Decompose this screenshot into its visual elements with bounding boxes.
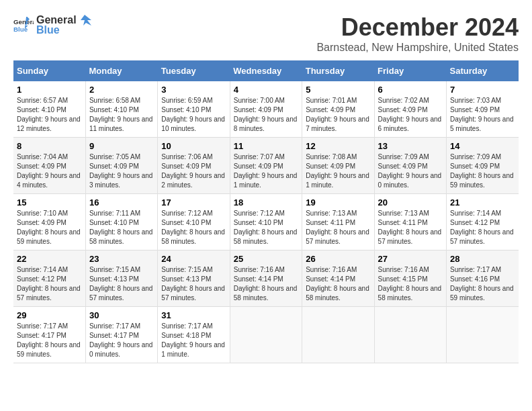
- week-row-2: 8 Sunrise: 7:04 AM Sunset: 4:09 PM Dayli…: [13, 138, 519, 194]
- calendar-cell: 23 Sunrise: 7:15 AM Sunset: 4:13 PM Dayl…: [85, 250, 157, 307]
- day-number: 26: [306, 254, 370, 264]
- day-info: Sunrise: 7:12 AM Sunset: 4:10 PM Dayligh…: [161, 209, 226, 246]
- calendar-cell: [374, 307, 446, 363]
- day-number: 12: [306, 141, 370, 151]
- calendar-cell: 3 Sunrise: 6:59 AM Sunset: 4:10 PM Dayli…: [158, 81, 230, 138]
- header-monday: Monday: [85, 60, 157, 81]
- day-number: 20: [378, 197, 443, 208]
- calendar-cell: [230, 307, 302, 363]
- calendar-cell: 11 Sunrise: 7:07 AM Sunset: 4:09 PM Dayl…: [230, 138, 302, 194]
- day-info: Sunrise: 7:09 AM Sunset: 4:09 PM Dayligh…: [378, 152, 443, 190]
- calendar-cell: 30 Sunrise: 7:17 AM Sunset: 4:17 PM Dayl…: [85, 307, 157, 363]
- logo-wordmark: General Blue: [36, 13, 91, 36]
- day-number: 2: [89, 85, 154, 95]
- day-info: Sunrise: 7:14 AM Sunset: 4:12 PM Dayligh…: [450, 209, 515, 246]
- day-number: 23: [89, 254, 154, 264]
- day-number: 1: [17, 85, 82, 95]
- day-number: 3: [161, 85, 226, 95]
- calendar-cell: 14 Sunrise: 7:09 AM Sunset: 4:09 PM Dayl…: [447, 138, 519, 194]
- calendar-cell: 5 Sunrise: 7:01 AM Sunset: 4:09 PM Dayli…: [302, 81, 374, 138]
- calendar-cell: 20 Sunrise: 7:13 AM Sunset: 4:11 PM Dayl…: [374, 194, 446, 250]
- calendar-cell: 24 Sunrise: 7:15 AM Sunset: 4:13 PM Dayl…: [158, 250, 230, 307]
- week-row-5: 29 Sunrise: 7:17 AM Sunset: 4:17 PM Dayl…: [13, 307, 519, 363]
- calendar-cell: 9 Sunrise: 7:05 AM Sunset: 4:09 PM Dayli…: [85, 138, 157, 194]
- logo-icon: General Blue: [13, 17, 34, 34]
- header-wednesday: Wednesday: [230, 60, 302, 81]
- header-friday: Friday: [374, 60, 446, 81]
- day-info: Sunrise: 7:17 AM Sunset: 4:16 PM Dayligh…: [450, 265, 515, 303]
- calendar-cell: 19 Sunrise: 7:13 AM Sunset: 4:11 PM Dayl…: [302, 194, 374, 250]
- day-number: 30: [89, 310, 154, 320]
- month-title: December 2024: [316, 13, 519, 42]
- svg-text:General: General: [13, 18, 34, 26]
- day-number: 13: [378, 141, 443, 151]
- day-info: Sunrise: 7:02 AM Sunset: 4:09 PM Dayligh…: [378, 96, 443, 134]
- day-info: Sunrise: 7:14 AM Sunset: 4:12 PM Dayligh…: [17, 265, 82, 303]
- day-number: 11: [234, 141, 298, 151]
- calendar-cell: 4 Sunrise: 7:00 AM Sunset: 4:09 PM Dayli…: [230, 81, 302, 138]
- header-thursday: Thursday: [302, 60, 374, 81]
- day-info: Sunrise: 7:17 AM Sunset: 4:17 PM Dayligh…: [17, 322, 82, 359]
- location-title: Barnstead, New Hampshire, United States: [316, 42, 519, 54]
- day-number: 5: [306, 85, 370, 95]
- day-info: Sunrise: 7:16 AM Sunset: 4:15 PM Dayligh…: [378, 265, 443, 303]
- day-info: Sunrise: 7:01 AM Sunset: 4:09 PM Dayligh…: [306, 96, 370, 134]
- day-number: 25: [234, 254, 298, 264]
- day-info: Sunrise: 7:08 AM Sunset: 4:09 PM Dayligh…: [306, 152, 370, 190]
- header-sunday: Sunday: [13, 60, 85, 81]
- logo: General Blue General Blue: [13, 13, 91, 36]
- day-number: 29: [17, 310, 82, 320]
- day-info: Sunrise: 7:06 AM Sunset: 4:09 PM Dayligh…: [161, 152, 226, 190]
- day-number: 14: [450, 141, 515, 151]
- day-info: Sunrise: 7:16 AM Sunset: 4:14 PM Dayligh…: [234, 265, 298, 303]
- day-info: Sunrise: 7:04 AM Sunset: 4:09 PM Dayligh…: [17, 152, 82, 190]
- day-info: Sunrise: 7:05 AM Sunset: 4:09 PM Dayligh…: [89, 152, 154, 190]
- day-number: 4: [234, 85, 298, 95]
- week-row-3: 15 Sunrise: 7:10 AM Sunset: 4:09 PM Dayl…: [13, 194, 519, 250]
- calendar-cell: 7 Sunrise: 7:03 AM Sunset: 4:09 PM Dayli…: [447, 81, 519, 138]
- day-info: Sunrise: 7:17 AM Sunset: 4:17 PM Dayligh…: [89, 322, 154, 359]
- day-number: 31: [161, 310, 226, 320]
- day-info: Sunrise: 7:13 AM Sunset: 4:11 PM Dayligh…: [306, 209, 370, 246]
- day-number: 9: [89, 141, 154, 151]
- calendar-cell: 28 Sunrise: 7:17 AM Sunset: 4:16 PM Dayl…: [447, 250, 519, 307]
- calendar-cell: 31 Sunrise: 7:17 AM Sunset: 4:18 PM Dayl…: [158, 307, 230, 363]
- day-number: 27: [378, 254, 443, 264]
- calendar-cell: [302, 307, 374, 363]
- calendar-cell: 15 Sunrise: 7:10 AM Sunset: 4:09 PM Dayl…: [13, 194, 85, 250]
- calendar-cell: 29 Sunrise: 7:17 AM Sunset: 4:17 PM Dayl…: [13, 307, 85, 363]
- day-info: Sunrise: 7:10 AM Sunset: 4:09 PM Dayligh…: [17, 209, 82, 246]
- day-info: Sunrise: 7:09 AM Sunset: 4:09 PM Dayligh…: [450, 152, 515, 190]
- week-row-4: 22 Sunrise: 7:14 AM Sunset: 4:12 PM Dayl…: [13, 250, 519, 307]
- calendar-cell: 1 Sunrise: 6:57 AM Sunset: 4:10 PM Dayli…: [13, 81, 85, 138]
- day-info: Sunrise: 6:58 AM Sunset: 4:10 PM Dayligh…: [89, 96, 154, 134]
- day-number: 15: [17, 197, 82, 208]
- day-info: Sunrise: 6:59 AM Sunset: 4:10 PM Dayligh…: [161, 96, 226, 134]
- day-info: Sunrise: 7:12 AM Sunset: 4:10 PM Dayligh…: [234, 209, 298, 246]
- weekday-header-row: SundayMondayTuesdayWednesdayThursdayFrid…: [13, 60, 519, 81]
- day-number: 16: [89, 197, 154, 208]
- day-info: Sunrise: 6:57 AM Sunset: 4:10 PM Dayligh…: [17, 96, 82, 134]
- day-number: 7: [450, 85, 515, 95]
- calendar-cell: 21 Sunrise: 7:14 AM Sunset: 4:12 PM Dayl…: [447, 194, 519, 250]
- calendar-cell: 18 Sunrise: 7:12 AM Sunset: 4:10 PM Dayl…: [230, 194, 302, 250]
- day-info: Sunrise: 7:15 AM Sunset: 4:13 PM Dayligh…: [161, 265, 226, 303]
- day-number: 22: [17, 254, 82, 264]
- day-info: Sunrise: 7:03 AM Sunset: 4:09 PM Dayligh…: [450, 96, 515, 134]
- svg-marker-3: [81, 15, 91, 26]
- calendar-cell: 27 Sunrise: 7:16 AM Sunset: 4:15 PM Dayl…: [374, 250, 446, 307]
- calendar-cell: 26 Sunrise: 7:16 AM Sunset: 4:14 PM Dayl…: [302, 250, 374, 307]
- day-number: 18: [234, 197, 298, 208]
- calendar-cell: 6 Sunrise: 7:02 AM Sunset: 4:09 PM Dayli…: [374, 81, 446, 138]
- calendar-cell: 25 Sunrise: 7:16 AM Sunset: 4:14 PM Dayl…: [230, 250, 302, 307]
- day-info: Sunrise: 7:13 AM Sunset: 4:11 PM Dayligh…: [378, 209, 443, 246]
- title-area: December 2024 Barnstead, New Hampshire, …: [316, 13, 519, 54]
- calendar-cell: 16 Sunrise: 7:11 AM Sunset: 4:10 PM Dayl…: [85, 194, 157, 250]
- day-number: 21: [450, 197, 515, 208]
- day-number: 24: [161, 254, 226, 264]
- day-info: Sunrise: 7:15 AM Sunset: 4:13 PM Dayligh…: [89, 265, 154, 303]
- day-number: 6: [378, 85, 443, 95]
- calendar-cell: 2 Sunrise: 6:58 AM Sunset: 4:10 PM Dayli…: [85, 81, 157, 138]
- calendar-cell: 8 Sunrise: 7:04 AM Sunset: 4:09 PM Dayli…: [13, 138, 85, 194]
- calendar-cell: 22 Sunrise: 7:14 AM Sunset: 4:12 PM Dayl…: [13, 250, 85, 307]
